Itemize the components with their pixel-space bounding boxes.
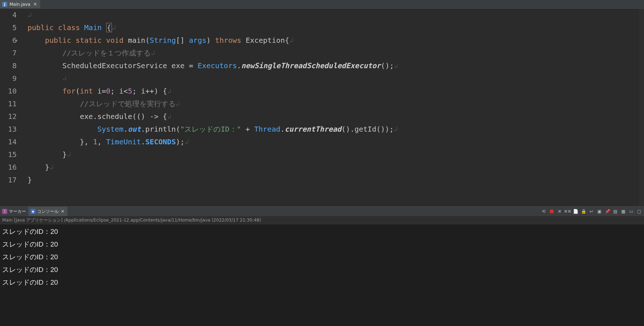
- code-line[interactable]: ScheduledExecutorService exe = Executors…: [28, 59, 644, 72]
- code-line[interactable]: //スレッドで処理を実行する↲: [28, 98, 644, 110]
- maximize-icon[interactable]: ▢: [636, 208, 643, 215]
- java-file-icon: J: [2, 2, 7, 7]
- clear-console-icon[interactable]: 📄: [572, 208, 579, 215]
- code-line[interactable]: }↲: [28, 161, 644, 174]
- console-line: スレッドのID：20: [2, 251, 642, 263]
- vertical-scrollbar[interactable]: [639, 9, 644, 206]
- editor-tab-main-java[interactable]: J Main.java ✕: [0, 0, 40, 8]
- line-number: 4: [0, 9, 17, 21]
- line-number-gutter: 4567891011121314151617: [0, 9, 20, 206]
- code-line[interactable]: ↲: [28, 72, 644, 85]
- console-icon: ▪: [30, 209, 35, 214]
- fold-guide: [20, 148, 26, 161]
- code-editor[interactable]: 4567891011121314151617 ↲public class Mai…: [0, 9, 644, 206]
- code-line[interactable]: System.out.println("スレッドのID：" + Thread.c…: [28, 123, 644, 136]
- line-number: 16: [0, 161, 17, 174]
- open-console-icon[interactable]: ▦: [620, 208, 627, 215]
- remove-launch-icon[interactable]: ✖: [556, 208, 563, 215]
- code-line[interactable]: public static void main(String[] args) t…: [28, 34, 644, 47]
- console-line: スレッドのID：20: [2, 225, 642, 238]
- console-run-header: Main [Java アプリケーション] /Applications/Eclip…: [0, 216, 644, 224]
- editor-tab-bar: J Main.java ✕: [0, 0, 644, 9]
- fold-guide: [20, 72, 26, 85]
- code-line[interactable]: public class Main {↲: [28, 21, 644, 34]
- fold-guide: [20, 47, 26, 59]
- fold-guide: [20, 123, 26, 136]
- close-icon[interactable]: ✕: [60, 209, 65, 214]
- code-line[interactable]: }, 1, TimeUnit.SECONDS);↲: [28, 136, 644, 148]
- fold-column: [20, 9, 26, 206]
- code-line[interactable]: //スレッドを１つ作成する↲: [28, 47, 644, 59]
- code-line[interactable]: ↲: [28, 9, 644, 21]
- panel-tab-bar: ! マーカー ▪ コンソール ✕ ⟲ ✖ ✖✖ 📄 🔒 ↩ ▣ 📌 ▤ ▦ ▭ …: [0, 207, 644, 216]
- code-line[interactable]: }: [28, 174, 644, 186]
- tab-markers[interactable]: ! マーカー: [0, 207, 28, 216]
- code-line[interactable]: exe.schedule(() -> {↲: [28, 110, 644, 123]
- line-number: 10: [0, 85, 17, 98]
- scroll-lock-icon[interactable]: 🔒: [580, 208, 587, 215]
- marker-icon: !: [2, 209, 7, 214]
- tab-console[interactable]: ▪ コンソール ✕: [28, 207, 67, 216]
- console-toolbar: ⟲ ✖ ✖✖ 📄 🔒 ↩ ▣ 📌 ▤ ▦ ▭ ▢: [540, 207, 643, 216]
- fold-guide: [20, 59, 26, 72]
- console-line: スレッドのID：20: [2, 263, 642, 276]
- console-line: スレッドのID：20: [2, 276, 642, 289]
- editor-tab-label: Main.java: [9, 2, 30, 7]
- line-number: 15: [0, 148, 17, 161]
- line-number: 7: [0, 47, 17, 59]
- show-console-icon[interactable]: ▣: [596, 208, 603, 215]
- code-content[interactable]: ↲public class Main {↲ public static void…: [26, 9, 644, 206]
- terminate-icon[interactable]: [548, 208, 555, 215]
- bottom-panel: ! マーカー ▪ コンソール ✕ ⟲ ✖ ✖✖ 📄 🔒 ↩ ▣ 📌 ▤ ▦ ▭ …: [0, 206, 644, 326]
- fold-guide: [20, 98, 26, 110]
- line-number: 14: [0, 136, 17, 148]
- line-number: 6: [0, 34, 17, 47]
- fold-guide: [20, 85, 26, 98]
- fold-guide: [20, 174, 26, 186]
- tab-console-label: コンソール: [37, 209, 59, 215]
- console-line: スレッドのID：20: [2, 238, 642, 251]
- close-icon[interactable]: ✕: [33, 1, 38, 7]
- line-number: 9: [0, 72, 17, 85]
- word-wrap-icon[interactable]: ↩: [588, 208, 595, 215]
- minimize-icon[interactable]: ▭: [628, 208, 635, 215]
- code-line[interactable]: for(int i=0; i<5; i++) {↲: [28, 85, 644, 98]
- fold-guide: [20, 136, 26, 148]
- tab-markers-label: マーカー: [9, 209, 26, 215]
- fold-guide: [20, 110, 26, 123]
- pin-console-icon[interactable]: 📌: [604, 208, 611, 215]
- fold-guide: [20, 9, 26, 21]
- line-number: 12: [0, 110, 17, 123]
- relaunch-icon[interactable]: ⟲: [540, 208, 547, 215]
- code-line[interactable]: }↲: [28, 148, 644, 161]
- line-number: 8: [0, 59, 17, 72]
- fold-guide: [20, 34, 26, 47]
- display-selected-icon[interactable]: ▤: [612, 208, 619, 215]
- remove-all-icon[interactable]: ✖✖: [564, 208, 571, 215]
- console-output[interactable]: スレッドのID：20スレッドのID：20スレッドのID：20スレッドのID：20…: [0, 224, 644, 326]
- fold-guide: [20, 161, 26, 174]
- line-number: 13: [0, 123, 17, 136]
- line-number: 5: [0, 21, 17, 34]
- line-number: 11: [0, 98, 17, 110]
- line-number: 17: [0, 174, 17, 186]
- fold-guide: [20, 21, 26, 34]
